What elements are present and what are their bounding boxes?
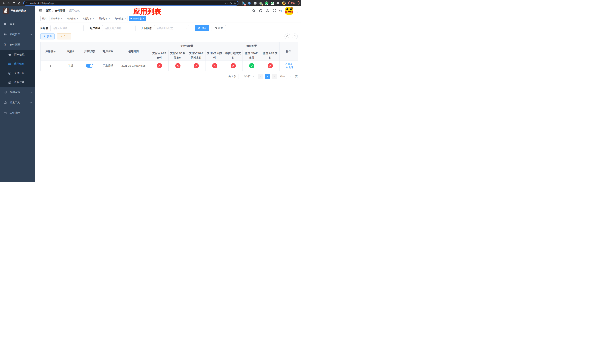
pagination: 共 1 条 10条/页 1 前往 页 [40, 74, 298, 79]
user-avatar[interactable] [285, 7, 293, 15]
sidebar-item-payment[interactable]: ¥ 支付管理 [0, 40, 35, 50]
address-bar[interactable]: localhost:1024/pay/app [23, 1, 238, 6]
close-icon[interactable]: × [108, 17, 110, 20]
browser-toolbar: localhost:1024/pay/app 10 ⌘ 1 Y [0, 0, 301, 6]
header-search-icon[interactable] [252, 9, 256, 13]
toggle-search-button[interactable] [285, 33, 290, 39]
extension-chat-icon[interactable] [270, 1, 274, 5]
refresh-table-button[interactable] [292, 33, 298, 39]
password-key-icon[interactable] [225, 2, 228, 5]
font-size-icon[interactable]: TT [279, 9, 282, 12]
col-status: 开启状态 [80, 42, 99, 61]
share-icon[interactable] [229, 2, 232, 5]
breadcrumb-payment[interactable]: 支付管理 [55, 9, 65, 12]
sidebar-item-dev-tools[interactable]: 研发工具 [0, 97, 35, 108]
refresh-icon [215, 27, 217, 30]
browser-forward-button[interactable] [7, 1, 11, 5]
refresh-icon [294, 35, 296, 38]
sidebar-item-workflow[interactable]: 工作流程 [0, 108, 35, 118]
col-actions: 操作 [280, 42, 298, 61]
tab-label: 应用信息 [133, 17, 142, 20]
tab-label: 支付订单 [83, 17, 92, 20]
close-icon[interactable]: × [124, 17, 126, 20]
status-wechat-jsapi-icon [249, 63, 254, 68]
tab-refund-orders[interactable]: 退款订单× [97, 16, 112, 21]
sidebar-logo-row[interactable]: 芋道管理系统 [0, 6, 35, 16]
sidebar-item-merchant-info[interactable]: 商户信息 [0, 50, 35, 59]
browser-home-button[interactable] [17, 1, 21, 5]
close-icon[interactable]: × [77, 17, 78, 20]
merchant-name-input[interactable] [102, 25, 136, 31]
enabled-toggle[interactable] [86, 64, 93, 68]
bookmark-star-icon[interactable] [233, 2, 236, 5]
next-page-button[interactable] [272, 74, 277, 79]
sidebar-item-label: 基础设施 [10, 91, 20, 94]
browser-menu-icon[interactable] [297, 2, 297, 4]
goto-prefix: 前往 [280, 75, 285, 78]
extension-diamond-icon[interactable]: 10 [242, 1, 246, 5]
site-info-icon[interactable] [26, 2, 28, 5]
tab-label: 流程表单 [51, 17, 60, 20]
filter-merchant-name: 商户名称 [90, 25, 136, 31]
browser-update-button[interactable]: 更新 [288, 1, 300, 5]
status-select[interactable]: 请选择开启状态 [154, 25, 189, 31]
sidebar-item-home[interactable]: 首页 [0, 19, 35, 29]
status-wechat-app-icon [268, 63, 273, 68]
sidebar-item-label: 支付订单 [14, 72, 24, 75]
tab-merchant-info[interactable]: 商户信息× [113, 16, 128, 21]
edit-button[interactable]: 修改 [285, 62, 292, 66]
tab-pay-orders[interactable]: 支付订单× [81, 16, 96, 21]
extension-y-icon[interactable]: Y [265, 1, 269, 5]
page-size-select[interactable]: 10条/页 [238, 74, 256, 79]
github-icon[interactable] [259, 9, 262, 13]
extensions-puzzle-icon[interactable] [276, 1, 280, 5]
breadcrumb-home[interactable]: 首页 [45, 9, 51, 12]
reset-button[interactable]: 重置 [212, 25, 226, 31]
tab-app-info[interactable]: 应用信息× [129, 16, 146, 21]
chevron-down-icon [252, 75, 254, 77]
sidebar-item-app-info[interactable]: 应用信息 [0, 59, 35, 68]
profile-emoji-avatar[interactable] [282, 1, 286, 5]
add-button[interactable]: 新增 [40, 33, 55, 39]
sidebar-item-infrastructure[interactable]: 基础设施 [0, 87, 35, 97]
delete-button[interactable]: 删除 [286, 66, 293, 69]
select-placeholder: 请选择开启状态 [156, 27, 185, 30]
fullscreen-icon[interactable] [272, 9, 276, 13]
breadcrumb-separator: / [52, 9, 53, 12]
sidebar-item-refund-orders[interactable]: 退款订单 [0, 78, 35, 87]
avatar-caret-icon[interactable] [296, 12, 298, 13]
url-host: localhost [30, 2, 39, 4]
close-icon[interactable]: × [143, 17, 144, 20]
payment-submenu: 商户信息 应用信息 ¥ 支付订单 [0, 50, 35, 87]
extension-balloon-icon[interactable] [247, 1, 251, 5]
dashboard-gauge-icon [4, 22, 7, 26]
app-name-input[interactable] [50, 25, 84, 31]
page-1-button[interactable]: 1 [265, 74, 270, 79]
chevron-down-icon [30, 102, 32, 104]
gear-icon [4, 33, 7, 36]
search-button[interactable]: 搜索 [195, 25, 209, 31]
col-wechat-mini: 微信小程序支付 [224, 50, 243, 61]
close-icon[interactable]: × [93, 17, 94, 20]
sidebar-item-system[interactable]: 系统管理 [0, 29, 35, 40]
close-icon[interactable]: × [61, 17, 62, 20]
tab-user-group[interactable]: 用户分组× [65, 16, 80, 21]
export-button[interactable]: 导出 [57, 33, 71, 39]
extension-target-icon[interactable]: 1 [259, 1, 263, 5]
browser-back-button[interactable] [1, 1, 6, 5]
goto-page-input[interactable] [286, 74, 294, 79]
table-toolbar: 新增 导出 [40, 33, 298, 39]
prev-page-button[interactable] [258, 74, 263, 79]
col-wechat-app: 微信 APP 支付 [261, 50, 280, 61]
sidebar-collapse-icon[interactable] [39, 9, 43, 13]
tab-home[interactable]: 首页 [40, 16, 48, 21]
add-label: 新增 [47, 35, 52, 38]
help-icon[interactable] [266, 9, 269, 13]
tab-process-form[interactable]: 流程表单× [49, 16, 64, 21]
col-wechat-jsapi: 微信 JSAPI 支付 [243, 50, 261, 61]
browser-reload-button[interactable] [12, 1, 16, 5]
download-icon [60, 35, 62, 38]
group-wechat-config: 微信配置 [224, 42, 280, 50]
extension-command-icon[interactable]: ⌘ [253, 1, 257, 5]
sidebar-item-pay-orders[interactable]: ¥ 支付订单 [0, 68, 35, 78]
